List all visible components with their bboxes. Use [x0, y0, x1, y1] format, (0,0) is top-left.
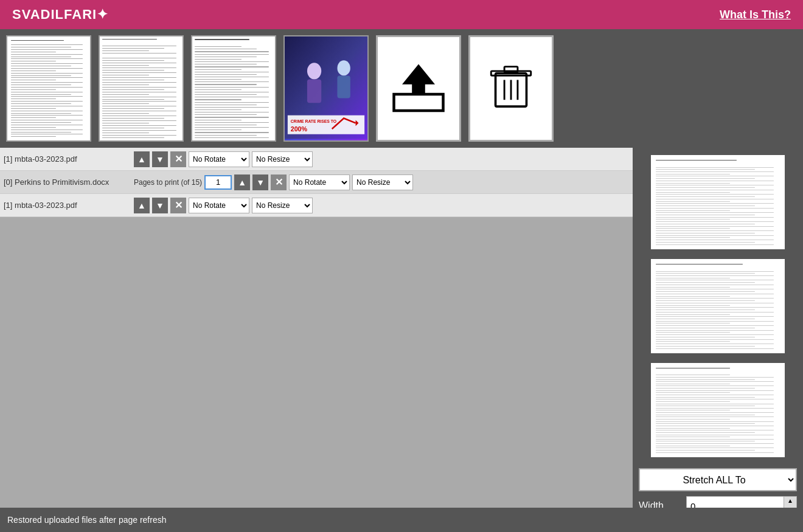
pages-input-2[interactable] — [204, 175, 232, 190]
width-input[interactable] — [687, 497, 784, 508]
status-message: Restored uploaded files after page refre… — [7, 515, 167, 525]
svg-text:200%: 200% — [291, 125, 308, 133]
rotate-select-2[interactable]: No Rotate 90° CW 90° CCW 180° — [289, 174, 350, 190]
file-row-2: [0] Perkins to Primitivism.docx Pages to… — [0, 171, 633, 194]
resize-select-1[interactable]: No Resize Stretch Fit Fill — [252, 151, 313, 167]
svg-text:CRIME RATE RISES TO: CRIME RATE RISES TO — [291, 119, 336, 123]
svg-rect-2 — [307, 79, 321, 103]
trash-icon — [487, 64, 535, 113]
thumbnail-doc2[interactable] — [99, 35, 184, 142]
pages-label-2: Pages to print (of 15) — [134, 178, 202, 187]
resize-select-2[interactable]: No Resize Stretch Fit Fill — [352, 174, 413, 190]
thumbnail-image[interactable]: CRIME RATE RISES TO 200% — [283, 35, 369, 142]
stretch-all-select[interactable]: Stretch ALL To Fit ALL To No Resize ALL — [639, 468, 797, 491]
width-spinner-down[interactable]: ▼ — [784, 505, 796, 508]
upload-icon — [391, 61, 446, 116]
move-up-button-1[interactable]: ▲ — [134, 151, 150, 167]
move-down-button-3[interactable]: ▼ — [152, 198, 168, 213]
right-preview-thumb-2 — [651, 259, 785, 353]
rotate-select-1[interactable]: No Rotate 90° CW 90° CCW 180° — [189, 151, 249, 167]
move-down-button-1[interactable]: ▼ — [152, 151, 168, 167]
status-bar: Restored uploaded files after page refre… — [0, 508, 803, 532]
anime-thumb-svg: CRIME RATE RISES TO 200% — [285, 35, 367, 140]
svg-marker-10 — [402, 64, 435, 95]
width-spinner: ▲ ▼ — [784, 497, 796, 508]
thumbnail-bar: CRIME RATE RISES TO 200% — [0, 29, 803, 148]
move-up-button-3[interactable]: ▲ — [134, 198, 150, 213]
app-logo: SVADILFARI✦ — [12, 7, 108, 22]
remove-button-1[interactable]: ✕ — [170, 151, 186, 167]
svg-rect-4 — [337, 76, 350, 98]
remove-button-3[interactable]: ✕ — [170, 198, 186, 213]
file-name-1: [1] mbta-03-2023.pdf — [4, 154, 131, 164]
file-row-1: [1] mbta-03-2023.pdf ▲ ▼ ✕ No Rotate 90°… — [0, 148, 633, 171]
thumbnail-doc1[interactable] — [6, 35, 91, 142]
file-list: [1] mbta-03-2023.pdf ▲ ▼ ✕ No Rotate 90°… — [0, 148, 633, 217]
width-spinner-up[interactable]: ▲ — [784, 497, 796, 505]
width-field-row: Width ▲ ▼ — [639, 496, 797, 508]
right-panel: Stretch ALL To Fit ALL To No Resize ALL … — [633, 148, 803, 508]
svg-rect-13 — [504, 66, 518, 72]
file-row-3: [1] mbta-03-2023.pdf ▲ ▼ ✕ No Rotate 90°… — [0, 194, 633, 217]
delete-button[interactable] — [468, 35, 554, 142]
move-down-button-2[interactable]: ▼ — [252, 174, 268, 190]
move-up-button-2[interactable]: ▲ — [234, 174, 250, 190]
header: SVADILFARI✦ What Is This? — [0, 0, 803, 29]
right-preview-thumb-1 — [651, 155, 785, 249]
upload-button[interactable] — [376, 35, 461, 142]
resize-select-3[interactable]: No Resize Stretch Fit Fill — [252, 198, 313, 213]
svg-point-3 — [337, 60, 350, 75]
remove-button-2[interactable]: ✕ — [271, 174, 287, 190]
file-name-2: [0] Perkins to Primitivism.docx — [4, 178, 131, 187]
width-label: Width — [639, 500, 681, 508]
rotate-select-3[interactable]: No Rotate 90° CW 90° CCW 180° — [189, 198, 249, 213]
svg-rect-9 — [394, 94, 443, 111]
file-name-3: [1] mbta-03-2023.pdf — [4, 201, 131, 210]
width-input-wrapper: ▲ ▼ — [686, 496, 797, 508]
right-preview-thumb-3 — [651, 363, 785, 457]
thumbnail-doc3[interactable] — [191, 35, 276, 142]
controls-panel: Stretch ALL To Fit ALL To No Resize ALL … — [633, 462, 803, 508]
preview-area — [0, 217, 633, 508]
svg-point-1 — [307, 63, 321, 79]
what-is-this-link[interactable]: What Is This? — [720, 9, 791, 21]
left-panel: [1] mbta-03-2023.pdf ▲ ▼ ✕ No Rotate 90°… — [0, 148, 633, 508]
main-area: [1] mbta-03-2023.pdf ▲ ▼ ✕ No Rotate 90°… — [0, 148, 803, 508]
